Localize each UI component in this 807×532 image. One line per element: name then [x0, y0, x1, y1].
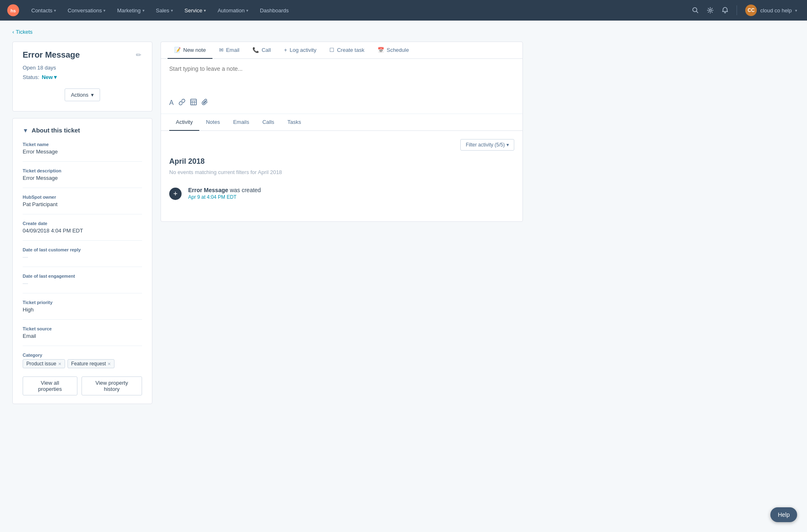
top-navigation: hs Contacts ▾ Conversations ▾ Marketing …: [0, 0, 807, 21]
svg-line-3: [697, 12, 698, 13]
view-all-properties-button[interactable]: View all properties: [23, 376, 77, 395]
hubspot-logo[interactable]: hs: [7, 4, 20, 17]
month-section-april: April 2018 No events matching current fi…: [169, 157, 514, 205]
no-events-text: No events matching current filters for A…: [169, 169, 514, 175]
tab-new-note[interactable]: 📝 New note: [168, 42, 212, 59]
back-arrow-icon: ‹: [12, 29, 14, 35]
actions-button[interactable]: Actions ▾: [65, 88, 100, 101]
category-tags: Product issue ✕ Feature request ✕: [23, 359, 142, 368]
action-tabs: 📝 New note ✉ Email 📞 Call + Log activity…: [161, 42, 522, 59]
about-section-header[interactable]: ▼ About this ticket: [23, 127, 142, 134]
tag-product-issue: Product issue ✕: [23, 359, 65, 368]
chevron-down-icon: ▾: [795, 8, 797, 13]
breadcrumb[interactable]: ‹ Tickets: [12, 29, 523, 35]
ticket-status-row: Status: New ▾: [23, 74, 142, 80]
field-ticket-name: Ticket name Error Message: [23, 142, 142, 155]
nav-sales[interactable]: Sales ▾: [151, 5, 178, 16]
field-owner: HubSpot owner Pat Participant: [23, 195, 142, 207]
tag-remove-feature-request[interactable]: ✕: [107, 362, 111, 366]
nav-utility-icons: CC cloud co help ▾: [689, 3, 800, 18]
right-panel: 📝 New note ✉ Email 📞 Call + Log activity…: [161, 42, 523, 222]
main-layout: Error Message ✏ Open 18 days Status: New…: [12, 42, 523, 404]
month-title: April 2018: [169, 157, 514, 166]
field-last-reply: Date of last customer reply —: [23, 247, 142, 260]
tab-log-activity[interactable]: + Log activity: [278, 42, 323, 59]
chevron-down-icon: ▾: [103, 8, 105, 13]
ticket-title: Error Message: [23, 50, 80, 60]
schedule-icon: 📅: [378, 47, 384, 53]
card-footer-buttons: View all properties View property histor…: [23, 376, 142, 395]
notifications-button[interactable]: [718, 5, 732, 16]
tab-calls[interactable]: Calls: [256, 114, 281, 131]
add-activity-button[interactable]: +: [169, 188, 182, 200]
note-area: A: [161, 59, 522, 114]
chevron-down-icon: ▾: [54, 74, 57, 80]
tab-notes[interactable]: Notes: [199, 114, 226, 131]
nav-service[interactable]: Service ▾: [180, 5, 211, 16]
email-icon: ✉: [219, 47, 224, 53]
field-priority: Ticket priority High: [23, 300, 142, 313]
tab-emails[interactable]: Emails: [226, 114, 256, 131]
field-ticket-desc: Ticket description Error Message: [23, 168, 142, 181]
tab-schedule[interactable]: 📅 Schedule: [371, 42, 415, 59]
note-toolbar: A: [169, 95, 514, 107]
view-property-history-button[interactable]: View property history: [82, 376, 142, 395]
activity-header-row: Filter activity (5/5) ▾: [169, 139, 514, 151]
note-input[interactable]: [169, 65, 514, 94]
tab-call[interactable]: 📞 Call: [246, 42, 277, 59]
left-panel: Error Message ✏ Open 18 days Status: New…: [12, 42, 152, 404]
activity-tabs: Activity Notes Emails Calls Tasks: [161, 114, 522, 131]
chevron-down-icon: ▾: [142, 8, 145, 13]
new-note-icon: 📝: [174, 47, 181, 53]
field-last-engagement: Date of last engagement —: [23, 274, 142, 286]
tab-tasks[interactable]: Tasks: [281, 114, 308, 131]
ticket-open-days: Open 18 days: [23, 65, 142, 71]
user-menu[interactable]: CC cloud co help ▾: [742, 3, 800, 18]
collapse-icon: ▼: [23, 127, 28, 134]
chevron-down-icon: ▾: [171, 8, 173, 13]
chevron-down-icon: ▾: [246, 8, 248, 13]
nav-dashboards[interactable]: Dashboards: [255, 5, 294, 16]
svg-point-4: [709, 9, 711, 12]
field-source: Ticket source Email: [23, 326, 142, 339]
attach-icon[interactable]: [202, 99, 208, 107]
activity-item-time: Apr 9 at 4:04 PM EDT: [188, 194, 514, 200]
status-badge[interactable]: New ▾: [42, 74, 57, 80]
tag-feature-request: Feature request ✕: [68, 359, 115, 368]
activity-item-content: Error Message was created Apr 9 at 4:04 …: [188, 187, 514, 200]
svg-rect-5: [191, 99, 196, 105]
nav-marketing[interactable]: Marketing ▾: [112, 5, 149, 16]
edit-icon[interactable]: ✏: [135, 50, 142, 60]
field-create-date: Create date 04/09/2018 4:04 PM EDT: [23, 221, 142, 234]
link-icon[interactable]: [179, 99, 185, 107]
search-button[interactable]: [689, 5, 702, 16]
chevron-down-icon: ▾: [54, 8, 56, 13]
field-category: Category Product issue ✕ Feature request…: [23, 353, 142, 368]
nav-automation[interactable]: Automation ▾: [212, 5, 253, 16]
chevron-down-icon: ▾: [91, 92, 94, 98]
log-activity-icon: +: [284, 47, 287, 53]
ticket-card-header: Error Message ✏: [23, 50, 142, 60]
svg-text:hs: hs: [10, 8, 16, 13]
nav-contacts[interactable]: Contacts ▾: [26, 5, 61, 16]
create-task-icon: ☐: [329, 47, 334, 53]
nav-conversations[interactable]: Conversations ▾: [63, 5, 110, 16]
page-content: ‹ Tickets Error Message ✏ Open 18 days S…: [0, 21, 535, 412]
text-format-icon[interactable]: A: [169, 99, 174, 107]
filter-activity-button[interactable]: Filter activity (5/5) ▾: [460, 139, 514, 151]
activity-content: Filter activity (5/5) ▾ April 2018 No ev…: [161, 131, 522, 221]
table-icon[interactable]: [190, 99, 197, 107]
activity-item-title: Error Message was created: [188, 187, 514, 193]
tab-create-task[interactable]: ☐ Create task: [323, 42, 371, 59]
ticket-summary-card: Error Message ✏ Open 18 days Status: New…: [12, 42, 152, 112]
nav-divider: [737, 5, 737, 15]
chevron-down-icon: ▾: [204, 8, 206, 13]
tab-email[interactable]: ✉ Email: [212, 42, 246, 59]
call-icon: 📞: [252, 47, 259, 53]
tab-activity[interactable]: Activity: [169, 114, 199, 131]
tag-remove-product-issue[interactable]: ✕: [58, 362, 61, 366]
settings-button[interactable]: [704, 5, 717, 16]
avatar: CC: [745, 5, 757, 16]
about-ticket-card: ▼ About this ticket Ticket name Error Me…: [12, 118, 152, 404]
activity-item: + Error Message was created Apr 9 at 4:0…: [169, 182, 514, 205]
